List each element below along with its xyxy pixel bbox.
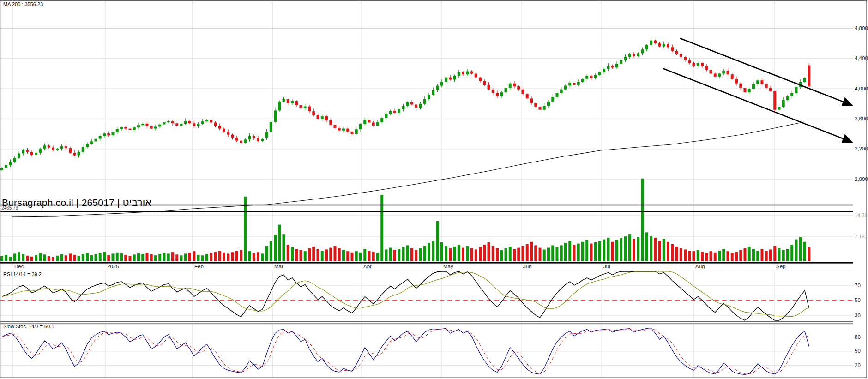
- month-axis-label: Aug: [695, 264, 705, 270]
- support-price-label: 2465.73: [1, 206, 18, 211]
- volume-axis-tick: 7,193: [855, 234, 868, 239]
- rsi-axis-tick: 50: [855, 298, 861, 303]
- rsi-axis-tick: 70: [855, 283, 861, 289]
- stochastic-indicator-label: Slow Stoc. 14/3 = 60.1: [3, 324, 54, 329]
- rsi-axis-tick: 30: [855, 313, 861, 319]
- month-axis-label: Apr: [363, 264, 372, 270]
- price-axis-tick: 2,800: [855, 177, 868, 182]
- ma200-indicator-label: MA 200 : 3556.23: [2, 1, 44, 7]
- month-axis-label: Jul: [603, 264, 610, 270]
- price-axis-tick: 3,200: [855, 146, 868, 152]
- rsi-indicator-label: RSI 14/14 = 39.2: [3, 272, 42, 277]
- price-axis-tick: 4,800: [855, 26, 868, 31]
- price-axis-tick: 3,600: [855, 116, 868, 122]
- month-axis-label: May: [443, 264, 453, 270]
- stock-chart: MA 200 : 3556.23 Bursagraph.co.il | 2650…: [0, 0, 868, 379]
- month-axis-label: 2025: [107, 264, 119, 270]
- volume-axis-tick: 14,386: [855, 213, 868, 218]
- month-axis-label: Feb: [194, 264, 204, 270]
- month-axis-label: Jun: [523, 264, 532, 270]
- price-axis-tick: 4,400: [855, 56, 868, 61]
- month-axis-label: Dec: [14, 264, 24, 270]
- month-axis-label: Mar: [274, 264, 283, 270]
- month-axis-label: Sep: [776, 264, 785, 270]
- chart-canvas: [0, 0, 868, 379]
- stoch-axis-tick: 80: [855, 335, 861, 340]
- stoch-axis-tick: 20: [855, 363, 861, 368]
- price-axis-tick: 4,000: [855, 86, 868, 92]
- stoch-axis-tick: 50: [855, 349, 861, 354]
